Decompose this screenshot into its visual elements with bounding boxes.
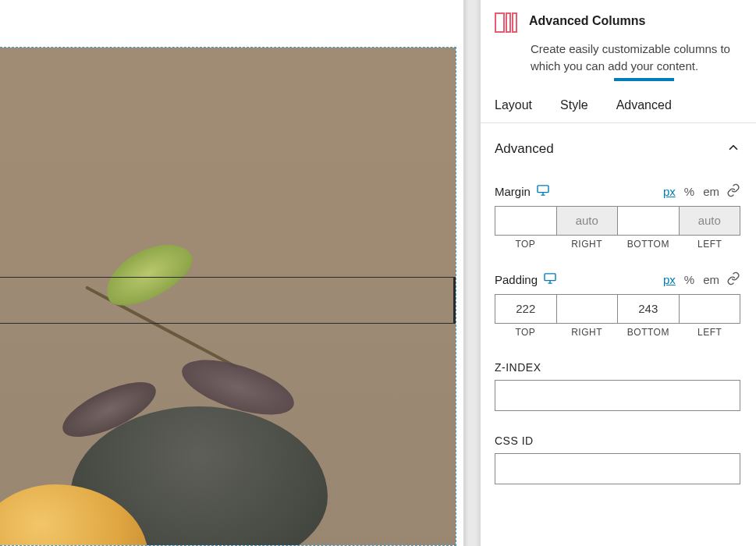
panel-resize-handle[interactable] xyxy=(463,0,481,546)
padding-units: px % em xyxy=(663,271,740,288)
unit-px[interactable]: px xyxy=(663,273,676,286)
padding-label: Padding xyxy=(495,273,538,286)
svg-rect-4 xyxy=(545,273,555,280)
block-title: Advanced Columns xyxy=(529,11,645,28)
link-values-icon[interactable] xyxy=(726,271,740,288)
chevron-up-icon xyxy=(726,140,740,158)
padding-right-input[interactable] xyxy=(557,295,618,323)
unit-em[interactable]: em xyxy=(703,273,719,286)
side-label: RIGHT xyxy=(556,327,618,338)
margin-bottom-input[interactable] xyxy=(618,207,679,235)
block-settings-panel: Advanced Columns Create easily customiza… xyxy=(481,0,756,546)
zindex-input[interactable] xyxy=(495,380,740,411)
side-label: LEFT xyxy=(679,327,740,338)
unit-em[interactable]: em xyxy=(703,185,719,198)
editor-canvas[interactable] xyxy=(0,47,456,546)
section-toggle-advanced[interactable]: Advanced xyxy=(495,140,740,161)
link-values-icon[interactable] xyxy=(726,183,740,200)
side-label: LEFT xyxy=(679,239,740,250)
margin-right-input[interactable] xyxy=(557,207,618,235)
desktop-icon[interactable] xyxy=(537,185,549,198)
margin-label: Margin xyxy=(495,185,531,198)
side-label: BOTTOM xyxy=(618,327,680,338)
padding-side-labels: TOP RIGHT BOTTOM LEFT xyxy=(495,327,740,338)
padding-top-input[interactable] xyxy=(495,295,556,323)
padding-bottom-input[interactable] xyxy=(618,295,679,323)
svg-rect-2 xyxy=(513,13,516,32)
tab-advanced[interactable]: Advanced xyxy=(616,90,672,122)
block-description: Create easily customizable columns to wh… xyxy=(531,41,740,75)
side-label: TOP xyxy=(495,239,556,250)
padding-inputs xyxy=(495,294,740,324)
zindex-label: Z-INDEX xyxy=(495,361,740,374)
unit-px[interactable]: px xyxy=(663,185,676,198)
settings-tabs: Layout Style Advanced xyxy=(481,90,756,123)
cssid-input[interactable] xyxy=(495,453,740,484)
padding-control: Padding px % em xyxy=(495,271,740,338)
svg-rect-1 xyxy=(506,13,510,32)
cssid-label: CSS ID xyxy=(495,434,740,447)
margin-control: Margin px % em xyxy=(495,183,740,250)
margin-units: px % em xyxy=(663,183,740,200)
tab-style[interactable]: Style xyxy=(560,90,588,122)
margin-inputs xyxy=(495,206,740,236)
margin-side-labels: TOP RIGHT BOTTOM LEFT xyxy=(495,239,740,250)
padding-left-input[interactable] xyxy=(680,295,740,323)
panel-advanced: Advanced Margin px % em xyxy=(495,123,740,484)
side-label: BOTTOM xyxy=(618,239,680,250)
inner-block-selection[interactable] xyxy=(0,277,456,324)
svg-rect-0 xyxy=(495,13,504,32)
margin-left-input[interactable] xyxy=(680,207,740,235)
section-title: Advanced xyxy=(495,141,554,157)
desktop-icon[interactable] xyxy=(544,273,556,286)
block-header: Advanced Columns xyxy=(495,11,740,34)
svg-rect-3 xyxy=(538,185,548,192)
side-label: RIGHT xyxy=(556,239,618,250)
side-label: TOP xyxy=(495,327,556,338)
unit-percent[interactable]: % xyxy=(684,185,694,198)
margin-top-input[interactable] xyxy=(495,207,556,235)
columns-icon xyxy=(495,11,518,34)
tab-layout[interactable]: Layout xyxy=(495,90,532,122)
unit-percent[interactable]: % xyxy=(684,273,694,286)
